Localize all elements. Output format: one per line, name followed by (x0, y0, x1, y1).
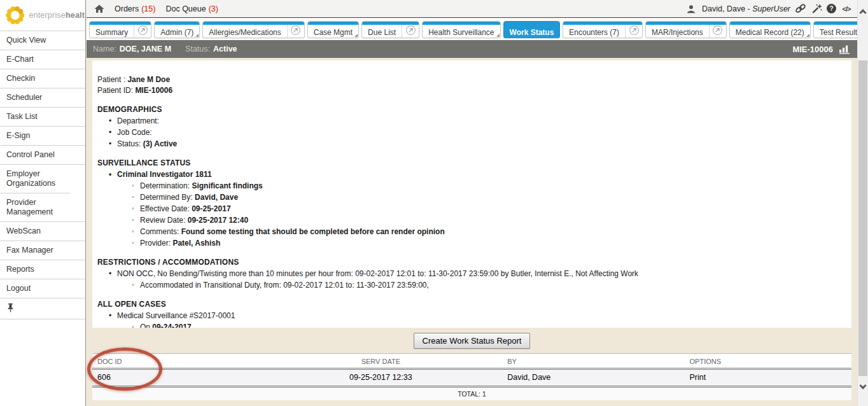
help-icon[interactable] (827, 4, 836, 13)
surveillance-determination: Determination: Significant findings (132, 180, 846, 192)
link-icon[interactable] (795, 4, 806, 14)
doc-id-cell: 606 (92, 369, 259, 387)
section-demographics-title: DEMOGRAPHICS (97, 104, 846, 115)
dropdown-fold-icon (354, 34, 358, 37)
nav-doc-queue[interactable]: Doc Queue (3) (165, 4, 218, 13)
scrollbar-thumb[interactable] (858, 60, 867, 376)
patient-name-value: Jane M Doe (127, 75, 170, 84)
sidebar-pin-row (0, 298, 85, 319)
sidebar-item-checkin[interactable]: Checkin (0, 69, 85, 88)
popout-icon[interactable] (709, 22, 726, 38)
patient-status-label: Status: (185, 45, 210, 53)
sidebar-item-logout[interactable]: Logout (0, 279, 85, 298)
orders-count: (15) (141, 4, 155, 13)
restriction-line: NON OCC, No Bending/Twisting more than 1… (109, 268, 846, 279)
popout-icon[interactable] (287, 22, 304, 38)
tab-work-status[interactable]: Work Status (503, 21, 561, 38)
scrollbar-down-arrow-icon[interactable] (859, 382, 866, 389)
table-total-row: TOTAL: 1 (92, 387, 851, 401)
logo-sun-icon (4, 4, 25, 27)
table-total: TOTAL: 1 (92, 387, 851, 401)
scrollbar-up-arrow-icon[interactable] (859, 9, 866, 16)
print-link[interactable]: Print (690, 373, 706, 382)
demographics-department: Department: (109, 115, 846, 127)
enterprisehealth-logo: enterprisehealth (0, 0, 85, 31)
user-role: SuperUser (752, 4, 790, 13)
tab-mar-injections[interactable]: MAR/Injections (645, 21, 727, 38)
tab-summary[interactable]: Summary (89, 21, 151, 38)
code-icon[interactable] (841, 4, 852, 14)
surveillance-provider: Provider: Patel, Ashish (132, 237, 846, 249)
user-area: David, Dave - SuperUser (687, 4, 852, 14)
tab-test-results[interactable]: Test Results (813, 21, 857, 38)
dropdown-fold-icon (806, 34, 809, 37)
patient-name: DOE, JANE M (120, 45, 171, 53)
header-doc-id: DOC ID (92, 354, 259, 369)
tab-due-list[interactable]: Due List (361, 21, 419, 38)
tab-medical-record[interactable]: Medical Record (22) (729, 21, 811, 38)
by-cell: David, Dave (502, 369, 684, 387)
sidebar-item-e-sign[interactable]: E-Sign (0, 127, 85, 146)
table-row: 606 09-25-2017 12:33 David, Dave Print (92, 369, 851, 387)
tab-health-surveillance[interactable]: Health Surveillance (422, 21, 500, 38)
patient-name-label: Name: (93, 45, 116, 53)
header-by: BY (502, 354, 684, 369)
tab-case-mgmt[interactable]: Case Mgmt (307, 21, 359, 38)
demographics-status: Status: (3) Active (109, 138, 846, 150)
wand-icon[interactable] (811, 4, 822, 14)
tab-encounters[interactable]: Encounters (7) (563, 21, 643, 38)
patient-header-bar: Name: DOE, JANE M Status: Active MIE-100… (87, 40, 857, 58)
doc-queue-count: (3) (209, 4, 218, 13)
accommodation-line: Accommodated in Transitional Duty, from:… (132, 279, 846, 291)
chart-icon[interactable] (839, 45, 851, 54)
patient-line: Patient : Jane M Doe (97, 74, 846, 85)
open-case-on-date: On 09-24-2017 (132, 321, 846, 328)
chart-tab-bar: Summary Admin (7) Allergies/Medications … (87, 18, 857, 40)
section-surveillance-title: SURVEILLANCE STATUS (97, 157, 846, 169)
user-name: David, Dave - SuperUser (702, 4, 790, 13)
sidebar-item-task-list[interactable]: Task List (0, 108, 85, 127)
tab-admin[interactable]: Admin (7) (154, 21, 200, 38)
header-options: OPTIONS (685, 354, 851, 369)
surveillance-effective-date: Effective Date: 09-25-2017 (132, 203, 846, 214)
surveillance-comments: Comments: Found some testing that should… (132, 226, 846, 237)
patient-id-value: MIE-10006 (135, 86, 172, 95)
sidebar-item-scheduler[interactable]: Scheduler (0, 88, 85, 108)
home-icon[interactable] (94, 4, 104, 13)
vertical-scrollbar[interactable] (857, 0, 868, 406)
sidebar-item-quick-view[interactable]: Quick View (0, 31, 85, 50)
sidebar-item-webscan[interactable]: WebScan (0, 222, 85, 241)
table-header-row: DOC ID SERV DATE BY OPTIONS (92, 354, 851, 369)
work-status-content: Patient : Jane M Doe Patient ID: MIE-100… (87, 58, 857, 406)
nav-orders[interactable]: Orders (15) (115, 4, 155, 13)
patient-mrn: MIE-10006 (792, 45, 833, 54)
header-serv-date: SERV DATE (259, 354, 502, 369)
surveillance-job-title: Criminal Investigator 1811 (109, 169, 846, 180)
report-button-row: Create Work Status Report (92, 328, 851, 353)
sidebar: enterprisehealth Quick View E-Chart Chec… (0, 0, 86, 406)
sidebar-nav: Quick View E-Chart Checkin Scheduler Tas… (0, 31, 85, 319)
popout-icon[interactable] (402, 22, 419, 38)
open-case-name: Medical Surveillance #S2017-0001 (109, 310, 846, 321)
tab-allergies-medications[interactable]: Allergies/Medications (202, 21, 304, 38)
dropdown-fold-icon (496, 34, 500, 37)
sidebar-item-reports[interactable]: Reports (0, 260, 85, 279)
documents-table: DOC ID SERV DATE BY OPTIONS 606 09-25-20… (92, 353, 851, 400)
pin-icon[interactable] (6, 303, 15, 312)
surveillance-review-date: Review Date: 09-25-2017 12:40 (132, 214, 846, 226)
dropdown-fold-icon (195, 34, 199, 37)
patient-status: Active (213, 45, 237, 53)
top-nav: Orders (15) Doc Queue (3) (94, 4, 218, 13)
popout-icon[interactable] (625, 22, 642, 38)
sidebar-item-control-panel[interactable]: Control Panel (0, 146, 85, 165)
surveillance-determined-by: Determined By: David, Dave (132, 192, 846, 203)
sidebar-item-provider-management[interactable]: Provider Management (0, 193, 85, 222)
popout-icon[interactable] (134, 22, 151, 38)
demographics-job-code: Job Code: (109, 127, 846, 138)
app-window: enterprisehealth Quick View E-Chart Chec… (0, 0, 868, 406)
serv-date-cell: 09-25-2017 12:33 (259, 369, 502, 387)
sidebar-item-e-chart[interactable]: E-Chart (0, 50, 85, 69)
create-work-status-report-button[interactable]: Create Work Status Report (414, 333, 531, 349)
sidebar-item-employer-organizations[interactable]: Employer Organizations (0, 165, 70, 193)
sidebar-item-fax-manager[interactable]: Fax Manager (0, 241, 85, 260)
